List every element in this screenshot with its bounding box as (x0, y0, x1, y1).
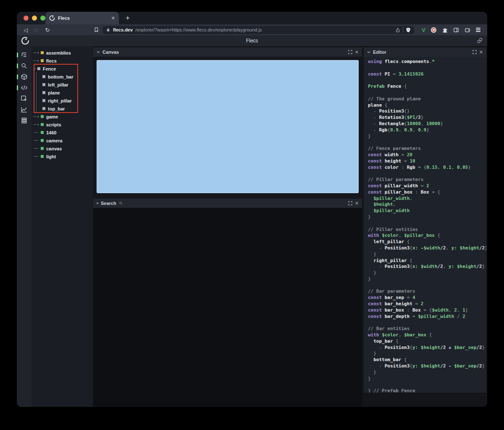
canvas-panel-body (93, 57, 362, 198)
canvas-panel-header[interactable]: Canvas ✕ (93, 47, 362, 57)
panel-toggle-tree[interactable] (17, 50, 32, 60)
url-path: /explorer/?wasm=https://www.flecs.dev/ex… (135, 27, 393, 32)
tree-item-label: Fence (43, 66, 56, 71)
tree-item-scripts[interactable]: ›scripts (32, 121, 93, 128)
entity-color-square (37, 67, 40, 70)
back-button[interactable]: ◁ (21, 26, 30, 34)
panel-toggle-queries[interactable] (17, 115, 32, 126)
zoom-window-button[interactable] (40, 16, 45, 21)
chevron-down-icon[interactable] (367, 51, 370, 53)
tree-item-left_pillar[interactable]: left_pillar (32, 81, 93, 89)
panel-toggle-stats[interactable] (17, 104, 32, 115)
tree-item-label: bottom_bar (48, 74, 74, 79)
tree-item-plane[interactable]: plane (32, 89, 93, 97)
tree-item-marker (32, 156, 39, 157)
tree-item-marker[interactable]: › (32, 66, 36, 71)
close-icon[interactable]: ✕ (355, 201, 359, 206)
tree-item-marker[interactable]: › (32, 114, 39, 119)
red-extension-icon[interactable] (431, 27, 436, 33)
fullscreen-icon[interactable] (348, 50, 352, 54)
code-line: // Fence parameters (368, 146, 486, 152)
code-line: - Position3{y: $height/2 - $bar_sep/2} (368, 363, 486, 370)
tree-item-marker (32, 140, 39, 141)
tree-item-right_pillar[interactable]: right_pillar (32, 97, 93, 105)
canvas-panel: Canvas ✕ (93, 47, 362, 198)
link-icon[interactable] (477, 37, 483, 45)
url-bar[interactable]: flecs.dev /explorer/?wasm=https://www.fl… (102, 26, 414, 34)
tree-item-marker[interactable]: › (32, 50, 39, 55)
fullscreen-icon[interactable] (348, 201, 352, 205)
extensions-puzzle-icon[interactable] (442, 27, 448, 33)
search-panel-header[interactable]: Search ✕ (93, 199, 362, 208)
share-icon[interactable] (395, 27, 400, 33)
entity-color-square (42, 107, 45, 110)
code-line: bottom_bar { (368, 357, 486, 363)
bookmark-sidebar-icon[interactable] (92, 26, 101, 34)
forward-button[interactable]: ▷ (32, 26, 41, 34)
code-line: with $color, $pillar_box { (368, 233, 486, 239)
tree-item-marker[interactable]: › (32, 122, 39, 127)
entity-color-square (42, 99, 45, 102)
code-line (368, 139, 486, 146)
cube-icon (21, 73, 28, 80)
entity-color-square (41, 139, 44, 142)
active-indicator (17, 85, 18, 90)
code-line: top_bar { (368, 338, 486, 345)
collapsed-dot-icon[interactable] (97, 202, 98, 204)
tree-item-Fence[interactable]: ›Fence (32, 65, 93, 73)
tree-item-game[interactable]: ›game (32, 113, 93, 121)
reload-button[interactable]: ↻ (43, 26, 52, 34)
tree-item-label: light (46, 154, 56, 159)
browser-tab-flecs[interactable]: Flecs ✕ (45, 12, 119, 24)
outline-tree-icon (21, 52, 28, 58)
tree-item-assemblies[interactable]: ›assemblies (32, 49, 93, 57)
chevron-down-icon[interactable] (97, 51, 100, 53)
panel-toggle-editor[interactable] (17, 82, 32, 93)
panel-toggle-search[interactable] (17, 60, 32, 71)
tree-item-bottom_bar[interactable]: bottom_bar (32, 73, 93, 81)
entity-tree: ›assemblies›flecs›Fencebottom_barleft_pi… (32, 49, 93, 160)
wallet-icon[interactable] (465, 27, 470, 33)
panel-toggle-inspector[interactable] (17, 93, 32, 104)
close-window-button[interactable] (24, 16, 29, 21)
entity-color-square (42, 91, 45, 94)
minimize-window-button[interactable] (32, 16, 37, 21)
tree-item-camera[interactable]: camera (32, 136, 93, 144)
code-editor[interactable]: using flecs.components.* const PI = 3.14… (364, 57, 486, 393)
tree-item-1460[interactable]: 1460 (32, 128, 93, 136)
url-divider (403, 27, 403, 32)
new-tab-button[interactable]: + (123, 13, 133, 23)
vue-devtools-icon[interactable]: V (422, 27, 425, 33)
close-icon[interactable]: ✕ (355, 50, 359, 55)
fullscreen-icon[interactable] (472, 50, 477, 54)
canvas-viewport[interactable] (97, 60, 359, 193)
tree-item-marker[interactable]: › (32, 58, 39, 63)
entity-color-square (41, 59, 44, 62)
editor-panel-header[interactable]: Editor ✕ (364, 47, 486, 57)
brave-shield-icon[interactable] (406, 27, 411, 33)
tree-guide-line (36, 72, 37, 112)
tree-item-label: 1460 (46, 130, 56, 135)
left-icon-strip (17, 46, 32, 407)
entity-color-square (41, 115, 44, 118)
code-line: } (368, 370, 486, 376)
tab-close-icon[interactable]: ✕ (111, 16, 115, 21)
tree-item-light[interactable]: light (32, 152, 93, 160)
window-controls[interactable] (24, 16, 45, 21)
tree-item-flecs[interactable]: ›flecs (32, 57, 93, 65)
code-line (368, 77, 486, 84)
code-line: // Bar entities (368, 326, 486, 332)
sidebar-toggle-icon[interactable] (453, 27, 459, 33)
menu-icon[interactable] (476, 28, 480, 32)
tree-item-canvas[interactable]: canvas (32, 144, 93, 152)
code-line: $pillar_width, (368, 196, 486, 202)
close-icon[interactable]: ✕ (479, 50, 483, 55)
tree-item-label: flecs (46, 58, 57, 63)
code-line: Prefab Fence { (368, 84, 486, 90)
code-line: plane { (368, 102, 486, 109)
panel-toggle-canvas[interactable] (17, 71, 32, 82)
tree-item-top_bar[interactable]: top_bar (32, 105, 93, 113)
tree-item-marker (32, 132, 39, 133)
tree-item-label: assemblies (46, 50, 71, 55)
rows-icon (21, 117, 28, 124)
